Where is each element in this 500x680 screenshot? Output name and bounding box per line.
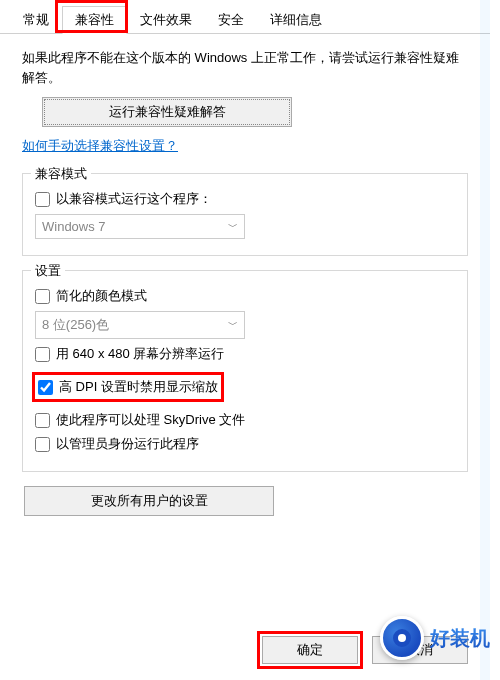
chevron-down-icon: ﹀ [228, 318, 238, 332]
reduced-color-row[interactable]: 简化的颜色模式 [35, 287, 455, 305]
high-dpi-row[interactable]: 高 DPI 设置时禁用显示缩放 [32, 372, 224, 402]
tab-security[interactable]: 安全 [205, 6, 257, 33]
high-dpi-checkbox[interactable] [38, 380, 53, 395]
window-edge [480, 0, 490, 680]
settings-group: 设置 简化的颜色模式 8 位(256)色 ﹀ 用 640 x 480 屏幕分辨率… [22, 270, 468, 472]
watermark-logo-icon [380, 616, 424, 660]
manual-select-link[interactable]: 如何手动选择兼容性设置？ [22, 137, 178, 155]
compat-mode-label: 以兼容模式运行这个程序： [56, 190, 212, 208]
compat-mode-checkbox-row[interactable]: 以兼容模式运行这个程序： [35, 190, 455, 208]
skydrive-row[interactable]: 使此程序可以处理 SkyDrive 文件 [35, 411, 455, 429]
watermark: 好装机 [380, 616, 490, 660]
reduced-color-checkbox[interactable] [35, 289, 50, 304]
run-troubleshooter-button[interactable]: 运行兼容性疑难解答 [42, 97, 292, 127]
tab-bar: 常规 兼容性 文件效果 安全 详细信息 [0, 0, 490, 34]
tab-content: 如果此程序不能在这个版本的 Windows 上正常工作，请尝试运行兼容性疑难解答… [0, 34, 490, 530]
watermark-text: 好装机 [430, 625, 490, 652]
compat-mode-checkbox[interactable] [35, 192, 50, 207]
skydrive-label: 使此程序可以处理 SkyDrive 文件 [56, 411, 245, 429]
compat-mode-select[interactable]: Windows 7 ﹀ [35, 214, 245, 239]
tab-general[interactable]: 常规 [10, 6, 62, 33]
tab-details[interactable]: 详细信息 [257, 6, 335, 33]
compat-mode-select-value: Windows 7 [42, 219, 106, 234]
highlight-ok-button: 确定 [257, 631, 363, 669]
admin-row[interactable]: 以管理员身份运行此程序 [35, 435, 455, 453]
high-dpi-label: 高 DPI 设置时禁用显示缩放 [59, 378, 218, 396]
resolution-checkbox[interactable] [35, 347, 50, 362]
admin-checkbox[interactable] [35, 437, 50, 452]
settings-title: 设置 [31, 262, 65, 280]
resolution-row[interactable]: 用 640 x 480 屏幕分辨率运行 [35, 345, 455, 363]
reduced-color-label: 简化的颜色模式 [56, 287, 147, 305]
skydrive-checkbox[interactable] [35, 413, 50, 428]
properties-dialog: 常规 兼容性 文件效果 安全 详细信息 如果此程序不能在这个版本的 Window… [0, 0, 490, 680]
tab-file-effects[interactable]: 文件效果 [127, 6, 205, 33]
resolution-label: 用 640 x 480 屏幕分辨率运行 [56, 345, 224, 363]
color-select-value: 8 位(256)色 [42, 316, 109, 334]
admin-label: 以管理员身份运行此程序 [56, 435, 199, 453]
color-select[interactable]: 8 位(256)色 ﹀ [35, 311, 245, 339]
intro-text: 如果此程序不能在这个版本的 Windows 上正常工作，请尝试运行兼容性疑难解答… [22, 48, 468, 87]
compat-mode-title: 兼容模式 [31, 165, 91, 183]
change-all-users-button[interactable]: 更改所有用户的设置 [24, 486, 274, 516]
compat-mode-group: 兼容模式 以兼容模式运行这个程序： Windows 7 ﹀ [22, 173, 468, 256]
chevron-down-icon: ﹀ [228, 220, 238, 234]
ok-button[interactable]: 确定 [262, 636, 358, 664]
tab-compatibility[interactable]: 兼容性 [62, 6, 127, 34]
